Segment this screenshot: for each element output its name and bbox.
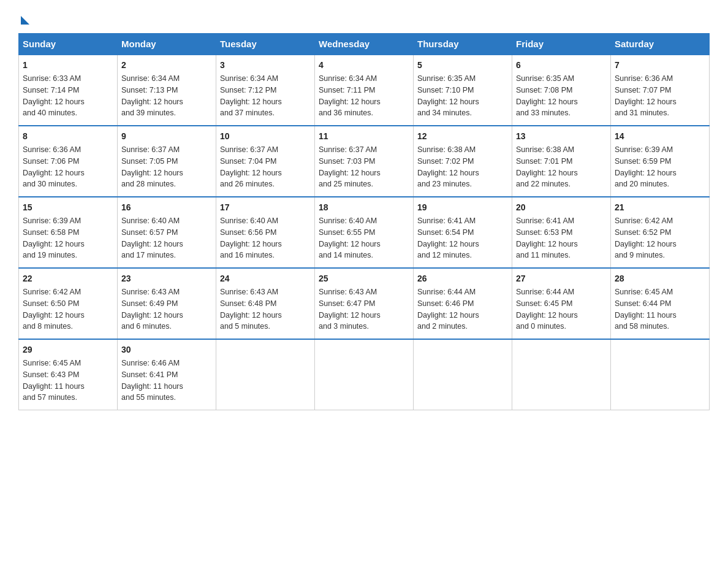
day-cell: 1 Sunrise: 6:33 AMSunset: 7:14 PMDayligh… xyxy=(19,55,118,126)
day-cell: 9 Sunrise: 6:37 AMSunset: 7:05 PMDayligh… xyxy=(118,126,216,197)
day-cell xyxy=(611,339,710,410)
day-info: Sunrise: 6:37 AMSunset: 7:03 PMDaylight:… xyxy=(319,144,409,190)
header-row: SundayMondayTuesdayWednesdayThursdayFrid… xyxy=(19,34,710,55)
day-number: 27 xyxy=(516,272,607,285)
column-header-monday: Monday xyxy=(118,34,216,55)
day-cell: 16 Sunrise: 6:40 AMSunset: 6:57 PMDaylig… xyxy=(118,197,216,268)
week-row-3: 15 Sunrise: 6:39 AMSunset: 6:58 PMDaylig… xyxy=(19,197,710,268)
day-cell xyxy=(216,339,315,410)
week-row-4: 22 Sunrise: 6:42 AMSunset: 6:50 PMDaylig… xyxy=(19,268,710,339)
day-cell: 28 Sunrise: 6:45 AMSunset: 6:44 PMDaylig… xyxy=(611,268,710,339)
day-cell: 19 Sunrise: 6:41 AMSunset: 6:54 PMDaylig… xyxy=(414,197,512,268)
day-cell xyxy=(414,339,512,410)
day-number: 5 xyxy=(417,59,508,72)
day-cell xyxy=(512,339,611,410)
day-cell: 5 Sunrise: 6:35 AMSunset: 7:10 PMDayligh… xyxy=(414,55,512,126)
day-number: 1 xyxy=(23,59,113,72)
day-number: 24 xyxy=(220,272,311,285)
day-info: Sunrise: 6:44 AMSunset: 6:45 PMDaylight:… xyxy=(516,286,607,332)
day-info: Sunrise: 6:40 AMSunset: 6:57 PMDaylight:… xyxy=(121,215,212,261)
day-cell: 6 Sunrise: 6:35 AMSunset: 7:08 PMDayligh… xyxy=(512,55,611,126)
logo xyxy=(18,12,29,22)
day-number: 18 xyxy=(319,201,409,214)
day-info: Sunrise: 6:38 AMSunset: 7:01 PMDaylight:… xyxy=(516,144,607,190)
day-cell: 2 Sunrise: 6:34 AMSunset: 7:13 PMDayligh… xyxy=(118,55,216,126)
day-info: Sunrise: 6:35 AMSunset: 7:10 PMDaylight:… xyxy=(417,73,508,119)
day-number: 21 xyxy=(615,201,705,214)
day-cell: 8 Sunrise: 6:36 AMSunset: 7:06 PMDayligh… xyxy=(19,126,118,197)
day-info: Sunrise: 6:35 AMSunset: 7:08 PMDaylight:… xyxy=(516,73,607,119)
day-info: Sunrise: 6:46 AMSunset: 6:41 PMDaylight:… xyxy=(121,358,212,404)
day-number: 28 xyxy=(615,272,705,285)
day-info: Sunrise: 6:41 AMSunset: 6:54 PMDaylight:… xyxy=(417,215,508,261)
day-cell: 13 Sunrise: 6:38 AMSunset: 7:01 PMDaylig… xyxy=(512,126,611,197)
day-cell: 27 Sunrise: 6:44 AMSunset: 6:45 PMDaylig… xyxy=(512,268,611,339)
day-cell: 7 Sunrise: 6:36 AMSunset: 7:07 PMDayligh… xyxy=(611,55,710,126)
day-cell: 15 Sunrise: 6:39 AMSunset: 6:58 PMDaylig… xyxy=(19,197,118,268)
day-info: Sunrise: 6:42 AMSunset: 6:52 PMDaylight:… xyxy=(615,215,705,261)
day-number: 6 xyxy=(516,59,607,72)
day-cell: 18 Sunrise: 6:40 AMSunset: 6:55 PMDaylig… xyxy=(315,197,414,268)
day-cell xyxy=(315,339,414,410)
day-info: Sunrise: 6:39 AMSunset: 6:58 PMDaylight:… xyxy=(23,215,113,261)
day-number: 29 xyxy=(23,343,113,356)
week-row-1: 1 Sunrise: 6:33 AMSunset: 7:14 PMDayligh… xyxy=(19,55,710,126)
day-cell: 24 Sunrise: 6:43 AMSunset: 6:48 PMDaylig… xyxy=(216,268,315,339)
day-number: 4 xyxy=(319,59,409,72)
day-number: 30 xyxy=(121,343,212,356)
day-cell: 20 Sunrise: 6:41 AMSunset: 6:53 PMDaylig… xyxy=(512,197,611,268)
day-cell: 25 Sunrise: 6:43 AMSunset: 6:47 PMDaylig… xyxy=(315,268,414,339)
day-info: Sunrise: 6:40 AMSunset: 6:56 PMDaylight:… xyxy=(220,215,311,261)
day-info: Sunrise: 6:38 AMSunset: 7:02 PMDaylight:… xyxy=(417,144,508,190)
day-number: 14 xyxy=(615,130,705,143)
day-info: Sunrise: 6:45 AMSunset: 6:43 PMDaylight:… xyxy=(23,358,113,404)
column-header-wednesday: Wednesday xyxy=(315,34,414,55)
day-cell: 3 Sunrise: 6:34 AMSunset: 7:12 PMDayligh… xyxy=(216,55,315,126)
day-cell: 26 Sunrise: 6:44 AMSunset: 6:46 PMDaylig… xyxy=(414,268,512,339)
day-cell: 17 Sunrise: 6:40 AMSunset: 6:56 PMDaylig… xyxy=(216,197,315,268)
day-number: 8 xyxy=(23,130,113,143)
day-info: Sunrise: 6:34 AMSunset: 7:13 PMDaylight:… xyxy=(121,73,212,119)
day-info: Sunrise: 6:37 AMSunset: 7:04 PMDaylight:… xyxy=(220,144,311,190)
day-number: 19 xyxy=(417,201,508,214)
day-number: 22 xyxy=(23,272,113,285)
day-number: 13 xyxy=(516,130,607,143)
day-info: Sunrise: 6:40 AMSunset: 6:55 PMDaylight:… xyxy=(319,215,409,261)
column-header-tuesday: Tuesday xyxy=(216,34,315,55)
day-info: Sunrise: 6:45 AMSunset: 6:44 PMDaylight:… xyxy=(615,286,705,332)
week-row-2: 8 Sunrise: 6:36 AMSunset: 7:06 PMDayligh… xyxy=(19,126,710,197)
day-info: Sunrise: 6:36 AMSunset: 7:07 PMDaylight:… xyxy=(615,73,705,119)
day-number: 3 xyxy=(220,59,311,72)
day-number: 15 xyxy=(23,201,113,214)
day-info: Sunrise: 6:41 AMSunset: 6:53 PMDaylight:… xyxy=(516,215,607,261)
day-info: Sunrise: 6:44 AMSunset: 6:46 PMDaylight:… xyxy=(417,286,508,332)
day-number: 10 xyxy=(220,130,311,143)
day-number: 16 xyxy=(121,201,212,214)
day-info: Sunrise: 6:36 AMSunset: 7:06 PMDaylight:… xyxy=(23,144,113,190)
day-cell: 10 Sunrise: 6:37 AMSunset: 7:04 PMDaylig… xyxy=(216,126,315,197)
day-info: Sunrise: 6:34 AMSunset: 7:12 PMDaylight:… xyxy=(220,73,311,119)
day-cell: 21 Sunrise: 6:42 AMSunset: 6:52 PMDaylig… xyxy=(611,197,710,268)
day-info: Sunrise: 6:34 AMSunset: 7:11 PMDaylight:… xyxy=(319,73,409,119)
day-info: Sunrise: 6:42 AMSunset: 6:50 PMDaylight:… xyxy=(23,286,113,332)
day-cell: 12 Sunrise: 6:38 AMSunset: 7:02 PMDaylig… xyxy=(414,126,512,197)
column-header-saturday: Saturday xyxy=(611,34,710,55)
header xyxy=(18,12,710,22)
day-info: Sunrise: 6:37 AMSunset: 7:05 PMDaylight:… xyxy=(121,144,212,190)
day-info: Sunrise: 6:33 AMSunset: 7:14 PMDaylight:… xyxy=(23,73,113,119)
day-number: 26 xyxy=(417,272,508,285)
day-info: Sunrise: 6:43 AMSunset: 6:48 PMDaylight:… xyxy=(220,286,311,332)
day-cell: 30 Sunrise: 6:46 AMSunset: 6:41 PMDaylig… xyxy=(118,339,216,410)
day-number: 11 xyxy=(319,130,409,143)
day-cell: 4 Sunrise: 6:34 AMSunset: 7:11 PMDayligh… xyxy=(315,55,414,126)
day-number: 23 xyxy=(121,272,212,285)
day-number: 7 xyxy=(615,59,705,72)
column-header-friday: Friday xyxy=(512,34,611,55)
day-number: 25 xyxy=(319,272,409,285)
day-cell: 14 Sunrise: 6:39 AMSunset: 6:59 PMDaylig… xyxy=(611,126,710,197)
day-number: 12 xyxy=(417,130,508,143)
day-number: 17 xyxy=(220,201,311,214)
day-number: 20 xyxy=(516,201,607,214)
day-cell: 29 Sunrise: 6:45 AMSunset: 6:43 PMDaylig… xyxy=(19,339,118,410)
day-cell: 22 Sunrise: 6:42 AMSunset: 6:50 PMDaylig… xyxy=(19,268,118,339)
